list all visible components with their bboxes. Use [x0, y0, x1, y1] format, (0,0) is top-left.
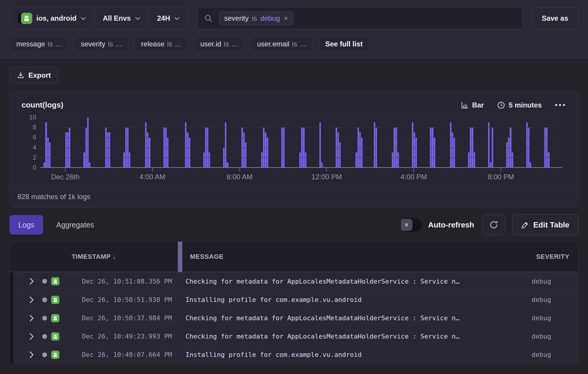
table-left-gutter	[10, 272, 13, 364]
chart-bar	[49, 142, 51, 168]
chart-bar	[89, 162, 90, 168]
table-row[interactable]: Dec 26, 10:50:37.984 PM Checking for met…	[10, 309, 578, 327]
environment-selector[interactable]: All Envs	[94, 8, 149, 29]
edit-table-label: Edit Table	[533, 220, 569, 230]
log-level-dot	[42, 334, 47, 339]
chart-bar	[321, 162, 323, 168]
edit-table-button[interactable]: Edit Table	[512, 214, 579, 235]
filter-suggestion-chip[interactable]: severity is ...	[74, 36, 129, 52]
log-timestamp: Dec 26, 10:50:51.930 PM	[59, 296, 173, 303]
expand-row-chevron-icon[interactable]	[29, 333, 34, 340]
table-row[interactable]: Dec 26, 10:49:07.664 PM Installing profi…	[10, 345, 578, 364]
chart-bar	[361, 137, 363, 168]
log-severity: debug	[525, 296, 578, 303]
filter-field: release	[141, 40, 165, 48]
interval-selector[interactable]: 5 minutes	[497, 101, 542, 109]
log-timestamp: Dec 26, 10:49:07.664 PM	[59, 351, 173, 358]
chart-bar	[45, 122, 47, 168]
top-filter-bar: ios, android All Envs 24H severity is de…	[0, 0, 588, 60]
chart-overflow-menu-icon[interactable]: •••	[555, 100, 566, 110]
search-filter-chip[interactable]: severity is debug ×	[219, 12, 293, 25]
table-row[interactable]: Dec 26, 10:51:08.356 PM Checking for met…	[10, 272, 578, 290]
log-severity: debug	[525, 278, 578, 285]
expand-row-chevron-icon[interactable]	[29, 315, 34, 322]
x-axis-tick-label: 12:00 PM	[311, 173, 342, 181]
android-platform-icon	[51, 314, 59, 322]
chart-bar	[227, 162, 228, 168]
export-button-label: Export	[28, 71, 51, 79]
chart-bar	[506, 142, 508, 168]
project-selector[interactable]: ios, android	[10, 8, 94, 29]
filter-value: ...	[232, 40, 238, 48]
export-button[interactable]: Export	[9, 67, 58, 84]
chart-bar	[490, 162, 491, 168]
chart-bar	[167, 137, 168, 168]
filter-suggestion-chip[interactable]: message is ...	[9, 36, 68, 52]
column-header-timestamp[interactable]: TIMESTAMP ↓	[10, 253, 178, 261]
gridline	[40, 117, 563, 118]
filter-operator: is	[108, 40, 113, 48]
table-row[interactable]: Dec 26, 10:50:51.930 PM Installing profi…	[10, 290, 578, 309]
chevron-down-icon	[81, 17, 86, 20]
column-header-message[interactable]: MESSAGE	[178, 253, 525, 261]
log-message: Installing profile for com.example.vu.an…	[175, 351, 525, 358]
android-platform-icon	[51, 332, 59, 341]
download-icon	[17, 71, 25, 79]
filter-operator: is	[224, 40, 229, 48]
save-as-button[interactable]: Save as	[532, 7, 579, 29]
environment-selector-label: All Envs	[103, 14, 131, 22]
filter-operator: is	[292, 40, 297, 48]
time-range-selector[interactable]: 24H	[149, 8, 188, 29]
refresh-button[interactable]	[482, 214, 506, 235]
filter-suggestion-chip[interactable]: release is ...	[134, 36, 188, 52]
see-full-list-button[interactable]: See full list	[319, 36, 370, 52]
chart-bar	[526, 122, 528, 168]
filter-field: user.id	[200, 40, 221, 48]
filter-suggestion-chip[interactable]: user.email is ...	[250, 36, 313, 52]
filter-suggestion-chip[interactable]: user.id is ...	[194, 36, 244, 52]
matches-summary: 828 matches of 1k logs	[10, 186, 578, 207]
x-axis-tick-label: 4:00 PM	[401, 173, 427, 181]
gridline	[40, 157, 563, 158]
chart-title: count(logs)	[22, 100, 64, 110]
android-platform-icon	[51, 351, 59, 359]
search-input[interactable]: severity is debug ×	[197, 7, 523, 29]
filter-field: severity	[81, 40, 105, 48]
expand-row-chevron-icon[interactable]	[29, 351, 34, 358]
chart-bar	[209, 152, 210, 168]
time-range-selector-label: 24H	[157, 14, 170, 22]
y-axis-tick-label: 6	[33, 134, 36, 141]
filter-field: severity	[224, 14, 249, 22]
x-axis-tick-label: 8:00 PM	[488, 173, 514, 181]
android-platform-icon	[51, 277, 59, 285]
log-message: Checking for metadata for AppLocalesMeta…	[175, 314, 525, 322]
filter-operator: is	[252, 14, 257, 22]
expand-row-chevron-icon[interactable]	[29, 296, 34, 303]
tab-logs[interactable]: Logs	[9, 215, 43, 235]
log-timestamp: Dec 26, 10:51:08.356 PM	[59, 278, 173, 285]
auto-refresh-toggle[interactable]: ×	[400, 218, 422, 232]
main-content: Export count(logs) Bar 5 minutes	[0, 60, 588, 364]
chart-bar	[189, 137, 190, 168]
chart-type-selector[interactable]: Bar	[461, 101, 484, 109]
expand-row-chevron-icon[interactable]	[29, 278, 34, 285]
tab-aggregates[interactable]: Aggregates	[54, 220, 96, 230]
chart-bar	[43, 162, 45, 168]
filter-value: ...	[56, 40, 61, 48]
bar-chart-icon	[461, 101, 469, 109]
table-row[interactable]: Dec 26, 10:49:23.993 PM Checking for met…	[10, 327, 578, 345]
log-message: Installing profile for com.example.vu.an…	[175, 296, 525, 303]
log-level-dot	[42, 352, 47, 357]
log-level-dot	[42, 279, 47, 284]
chart-bar	[450, 122, 451, 168]
y-axis-tick-label: 10	[29, 113, 36, 121]
column-header-severity[interactable]: SEVERITY	[525, 253, 578, 261]
chart-bar	[305, 152, 306, 168]
gridline	[40, 127, 563, 128]
page-filter-group: ios, android All Envs 24H	[9, 7, 188, 29]
chart-bar	[145, 122, 147, 168]
column-resize-handle[interactable]	[178, 242, 182, 272]
project-platform-icons	[18, 12, 32, 24]
remove-filter-icon[interactable]: ×	[284, 14, 288, 22]
chart-bar	[397, 152, 399, 168]
